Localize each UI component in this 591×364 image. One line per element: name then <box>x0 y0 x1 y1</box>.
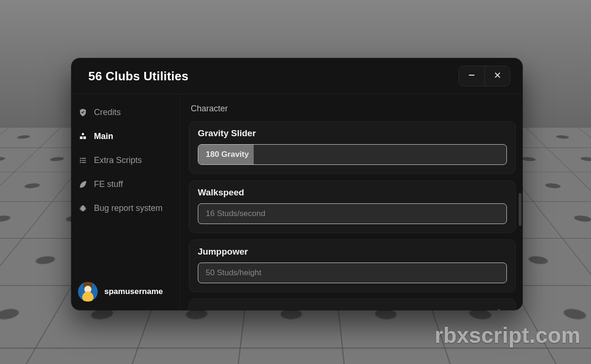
sidebar-nav: Credits Main Extra Scripts <box>71 99 180 274</box>
sidebar-item-label: Extra Scripts <box>94 155 142 165</box>
sidebar-item-extra-scripts[interactable]: Extra Scripts <box>71 152 180 169</box>
sidebar: Credits Main Extra Scripts <box>71 94 180 310</box>
gravity-slider[interactable]: 180 Gravity <box>198 144 507 165</box>
walkspeed-placeholder: 16 Studs/second <box>206 209 265 218</box>
sidebar-item-fe-stuff[interactable]: FE stuff <box>71 176 180 193</box>
walkspeed-input[interactable]: 16 Studs/second <box>198 203 507 224</box>
cards-list: Gravity Slider 180 Gravity Walkspeed 16 … <box>189 121 516 310</box>
reset-title: Reset Character <box>198 309 266 310</box>
username: spamusername <box>104 287 163 296</box>
sidebar-item-label: FE stuff <box>94 179 123 189</box>
shield-icon <box>78 108 87 117</box>
jumppower-placeholder: 50 Studs/height <box>206 268 261 278</box>
jumppower-input[interactable]: 50 Studs/height <box>198 263 507 283</box>
window-body: Credits Main Extra Scripts <box>71 94 522 310</box>
scrollbar-thumb[interactable] <box>519 193 521 226</box>
sidebar-user: spamusername <box>71 274 180 310</box>
avatar <box>78 282 98 302</box>
minimize-icon <box>467 71 476 81</box>
titlebar: 56 Clubs Utilities <box>71 58 522 94</box>
list-icon <box>78 156 87 165</box>
sidebar-item-label: Main <box>94 132 113 141</box>
walkspeed-title: Walkspeed <box>198 187 507 198</box>
bug-icon <box>78 204 87 213</box>
leaf-icon <box>78 180 87 189</box>
sidebar-item-label: Bug report system <box>94 203 163 213</box>
minimize-button[interactable] <box>459 66 484 86</box>
gravity-value: 180 Gravity <box>206 150 249 159</box>
utilities-window: 56 Clubs Utilities Credi <box>71 58 522 310</box>
section-header: Character <box>189 103 516 114</box>
sidebar-item-label: Credits <box>94 108 121 117</box>
close-icon <box>493 71 502 81</box>
sidebar-item-main[interactable]: Main <box>71 128 180 145</box>
window-title: 56 Clubs Utilities <box>88 69 188 84</box>
gravity-card: Gravity Slider 180 Gravity <box>189 121 516 174</box>
widgets-icon <box>78 132 87 141</box>
window-controls <box>459 66 510 86</box>
main-panel: Character Gravity Slider 180 Gravity Wal… <box>180 94 522 310</box>
close-button[interactable] <box>484 66 510 86</box>
reset-character-card[interactable]: Reset Character <box>189 299 516 310</box>
gravity-title: Gravity Slider <box>198 128 507 139</box>
jumppower-title: Jumppower <box>198 247 507 257</box>
fingerprint-icon <box>493 308 505 310</box>
walkspeed-card: Walkspeed 16 Studs/second <box>189 180 516 233</box>
sidebar-item-bug-report[interactable]: Bug report system <box>71 200 180 217</box>
sidebar-item-credits[interactable]: Credits <box>71 104 180 121</box>
jumppower-card: Jumppower 50 Studs/height <box>189 240 516 292</box>
